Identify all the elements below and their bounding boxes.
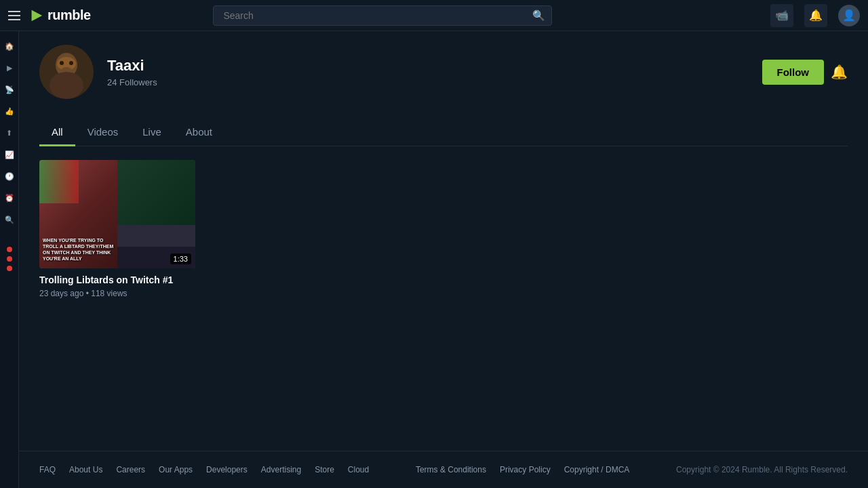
- channel-bell-icon: 🔔: [831, 64, 848, 79]
- site-footer: FAQ About Us Careers Our Apps Developers…: [19, 451, 868, 488]
- main-content: Taaxi 24 Followers Follow 🔔 All Videos L…: [19, 31, 868, 488]
- sidebar-item-liked[interactable]: 👍: [1, 103, 18, 119]
- notifications-button[interactable]: 🔔: [804, 4, 827, 27]
- video-title-1: Trolling Libtards on Twitch #1: [39, 274, 190, 286]
- thumb-right-mid: [117, 225, 195, 247]
- svg-point-4: [60, 61, 64, 65]
- footer-link-developers[interactable]: Developers: [206, 465, 248, 474]
- footer-link-our-apps[interactable]: Our Apps: [159, 465, 193, 474]
- channel-header: Taaxi 24 Followers Follow 🔔: [39, 45, 848, 106]
- footer-spacer: [39, 321, 848, 375]
- avatar-icon: 👤: [842, 9, 856, 22]
- footer-link-advertising[interactable]: Advertising: [261, 465, 301, 474]
- tab-about[interactable]: About: [174, 119, 224, 146]
- channel-name: Taaxi: [107, 57, 157, 75]
- svg-point-7: [50, 72, 83, 99]
- channel-actions: Follow 🔔: [762, 60, 848, 85]
- video-info-1: Trolling Libtards on Twitch #1 23 days a…: [39, 268, 190, 301]
- sidebar-item-live[interactable]: 📡: [1, 81, 18, 98]
- logo[interactable]: rumble: [28, 7, 91, 23]
- top-navigation: rumble 🔍 📹 🔔 👤: [0, 0, 868, 31]
- search-bar-container: 🔍: [213, 5, 552, 26]
- live-indicator-1: [7, 247, 12, 252]
- footer-link-careers[interactable]: Careers: [116, 465, 145, 474]
- channel-info: Taaxi 24 Followers: [107, 57, 157, 87]
- footer-links: FAQ About Us Careers Our Apps Developers…: [39, 465, 369, 474]
- svg-point-5: [69, 61, 73, 65]
- footer-legal: Terms & Conditions Privacy Policy Copyri…: [416, 465, 629, 474]
- sidebar-live-items: [7, 247, 12, 271]
- video-duration-1: 1:33: [170, 253, 191, 264]
- video-meta-1: 23 days ago • 118 views: [39, 289, 190, 298]
- flag-overlay: [39, 160, 79, 203]
- search-submit-button[interactable]: 🔍: [532, 9, 545, 22]
- sidebar-item-home[interactable]: 🏠: [1, 38, 18, 54]
- thumbnail-inner-1: WHEN YOU'RE TRYING TO TROLL A LIBTARD TH…: [39, 160, 195, 268]
- rumble-logo-icon: [28, 8, 43, 23]
- footer-link-faq[interactable]: FAQ: [39, 465, 56, 474]
- channel-avatar: [39, 45, 94, 99]
- footer-link-privacy[interactable]: Privacy Policy: [500, 465, 551, 474]
- video-card-1[interactable]: WHEN YOU'RE TRYING TO TROLL A LIBTARD TH…: [39, 160, 190, 301]
- footer-link-cloud[interactable]: Cloud: [348, 465, 369, 474]
- sidebar-item-feed[interactable]: ▶: [1, 60, 18, 76]
- sidebar-item-history[interactable]: 🕐: [1, 168, 18, 184]
- footer-link-store[interactable]: Store: [315, 465, 334, 474]
- thumb-right-top: [117, 160, 195, 225]
- footer-link-copyright[interactable]: Copyright / DMCA: [564, 465, 630, 474]
- footer-link-terms[interactable]: Terms & Conditions: [416, 465, 486, 474]
- nav-right-actions: 📹 🔔 👤: [770, 4, 860, 27]
- tab-videos[interactable]: Videos: [75, 119, 131, 146]
- hamburger-menu[interactable]: [8, 11, 20, 20]
- footer-copyright: Copyright © 2024 Rumble. All Rights Rese…: [676, 465, 848, 474]
- tab-all[interactable]: All: [39, 119, 75, 146]
- video-thumbnail-1: WHEN YOU'RE TRYING TO TROLL A LIBTARD TH…: [39, 160, 195, 268]
- logo-text: rumble: [47, 7, 91, 23]
- tab-live[interactable]: Live: [130, 119, 174, 146]
- svg-marker-0: [32, 9, 43, 21]
- thumb-overlay-text: WHEN YOU'RE TRYING TO TROLL A LIBTARD TH…: [43, 237, 114, 262]
- upload-button[interactable]: 📹: [770, 4, 793, 27]
- live-indicator-2: [7, 256, 12, 262]
- footer-link-about-us[interactable]: About Us: [69, 465, 102, 474]
- user-avatar[interactable]: 👤: [838, 5, 860, 26]
- channel-bell-button[interactable]: 🔔: [831, 64, 848, 80]
- sidebar-item-watch-later[interactable]: ⏰: [1, 190, 18, 206]
- sidebar-item-shorts[interactable]: ⬆: [1, 125, 18, 141]
- bell-icon: 🔔: [809, 9, 823, 22]
- channel-followers: 24 Followers: [107, 77, 157, 87]
- thumb-left-panel: WHEN YOU'RE TRYING TO TROLL A LIBTARD TH…: [39, 160, 117, 268]
- channel-avatar-image: [39, 45, 94, 99]
- sidebar-item-trending[interactable]: 📈: [1, 146, 18, 163]
- upload-icon: 📹: [775, 9, 789, 22]
- search-input[interactable]: [213, 5, 552, 26]
- channel-tabs: All Videos Live About: [39, 119, 848, 146]
- live-indicator-3: [7, 266, 12, 271]
- sidebar: 🏠 ▶ 📡 👍 ⬆ 📈 🕐 ⏰ 🔍: [0, 31, 19, 488]
- thumb-right-panel: [117, 160, 195, 268]
- sidebar-item-search[interactable]: 🔍: [1, 211, 18, 228]
- video-grid: WHEN YOU'RE TRYING TO TROLL A LIBTARD TH…: [39, 160, 848, 301]
- follow-button[interactable]: Follow: [762, 60, 825, 85]
